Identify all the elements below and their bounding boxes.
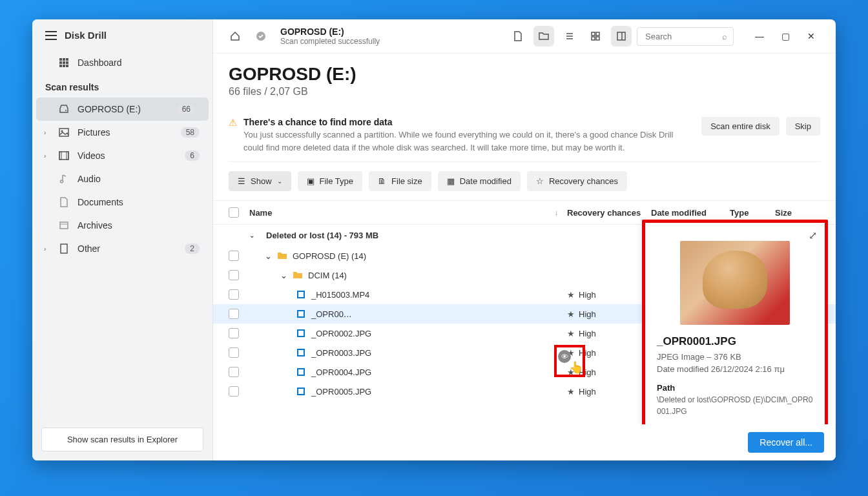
row-checkbox[interactable] — [229, 309, 239, 319]
chevron-down-icon: ⌄ — [280, 271, 287, 280]
close-button[interactable]: ✕ — [798, 26, 824, 46]
sidebar-item-count: 6 — [185, 150, 200, 161]
filter-label: File Type — [320, 176, 354, 186]
preview-meta-type: JPEG Image – 376 KB — [657, 352, 813, 362]
sidebar-item-other[interactable]: › Other 2 — [32, 237, 212, 260]
sidebar-item-audio[interactable]: Audio — [32, 167, 212, 191]
scan-entire-disk-button[interactable]: Scan entire disk — [701, 117, 780, 136]
file-name: _H015003.MP4 — [311, 290, 369, 300]
row-checkbox[interactable] — [229, 386, 239, 397]
main-content: GOPROSD (E:) Scan completed successfully… — [213, 19, 836, 460]
sidebar-item-label: Documents — [78, 197, 123, 207]
calendar-icon: ▦ — [447, 176, 455, 186]
sliders-icon: ☰ — [238, 176, 245, 186]
nav-dashboard[interactable]: Dashboard — [32, 51, 212, 74]
row-checkbox[interactable] — [229, 347, 239, 358]
select-all-checkbox[interactable] — [229, 207, 239, 218]
file-name: DCIM (14) — [308, 271, 347, 280]
page-title: GOPROSD (E:) — [229, 64, 820, 85]
topbar: GOPROSD (E:) Scan completed successfully… — [213, 19, 836, 54]
recovery-value: High — [579, 367, 596, 377]
expand-button[interactable]: ⤢ — [809, 229, 817, 242]
filter-label: Date modified — [460, 176, 512, 186]
sidebar-item-count: 66 — [177, 104, 196, 114]
col-size[interactable]: Size — [775, 208, 820, 218]
file-name: _OPR0002.JPG — [311, 329, 371, 338]
svg-rect-13 — [59, 152, 61, 160]
svg-rect-3 — [59, 61, 62, 64]
preview-thumbnail — [680, 241, 790, 325]
recovery-value: High — [579, 290, 596, 300]
svg-rect-25 — [592, 37, 595, 40]
sidebar-item-pictures[interactable]: › Pictures 58 — [32, 121, 212, 144]
row-checkbox[interactable] — [229, 367, 239, 377]
svg-rect-6 — [59, 65, 62, 67]
banner-title: There's a chance to find more data — [243, 117, 695, 127]
show-in-explorer-button[interactable]: Show scan results in Explorer — [41, 428, 203, 451]
document-icon — [58, 196, 70, 208]
img-icon — [296, 386, 306, 397]
video-icon — [58, 150, 70, 161]
panel-view-button[interactable] — [611, 26, 632, 46]
img-icon — [296, 328, 306, 338]
svg-rect-24 — [596, 32, 599, 36]
sort-arrow-icon[interactable]: ↓ — [555, 209, 559, 216]
col-date[interactable]: Date modified — [651, 208, 730, 218]
location-info: GOPROSD (E:) Scan completed successfully — [280, 26, 380, 46]
chevron-down-icon: ⌄ — [277, 178, 282, 185]
file-name: _OPR0005.JPG — [311, 387, 371, 397]
row-checkbox[interactable] — [229, 270, 239, 280]
sidebar: Disk Drill Dashboard Scan results GOPROS… — [32, 19, 213, 460]
svg-rect-2 — [66, 58, 68, 61]
col-recovery[interactable]: Recovery chances — [567, 208, 651, 218]
chevron-down-icon: ⌄ — [265, 251, 272, 261]
menu-icon[interactable] — [45, 31, 57, 40]
grid-view-button[interactable] — [585, 26, 606, 46]
skip-button[interactable]: Skip — [786, 117, 820, 136]
chevron-right-icon: › — [44, 129, 46, 136]
svg-rect-23 — [592, 32, 595, 36]
col-name[interactable]: Name — [249, 208, 272, 218]
list-view-button[interactable] — [559, 26, 580, 46]
home-button[interactable] — [225, 26, 245, 46]
row-checkbox[interactable] — [229, 289, 239, 300]
filter-file-type-button[interactable]: ▣File Type — [298, 171, 363, 191]
maximize-button[interactable]: ▢ — [772, 26, 798, 46]
preview-eye-button[interactable]: 👁 — [558, 350, 571, 363]
filter-show-button[interactable]: ☰Show⌄ — [229, 171, 291, 191]
search-input[interactable] — [637, 27, 734, 46]
sidebar-item-goprosd[interactable]: GOPROSD (E:) 66 — [36, 98, 209, 121]
window-controls: — ▢ ✕ — [747, 26, 824, 46]
folder-icon — [277, 251, 287, 261]
sidebar-item-videos[interactable]: › Videos 6 — [32, 144, 212, 167]
svg-rect-27 — [617, 32, 625, 40]
row-checkbox[interactable] — [229, 251, 239, 261]
page-subtitle: 66 files / 2,07 GB — [229, 86, 820, 98]
preview-meta-date: Date modified 26/12/2024 2:16 πμ — [657, 364, 813, 374]
group-label: Deleted or lost (14) - 793 MB — [266, 231, 378, 240]
minimize-button[interactable]: — — [747, 26, 772, 46]
svg-rect-5 — [66, 61, 68, 64]
filter-date-button[interactable]: ▦Date modified — [438, 171, 521, 191]
folder-view-button[interactable] — [533, 26, 554, 46]
row-checkbox[interactable] — [229, 328, 239, 338]
sidebar-item-label: Other — [78, 243, 100, 254]
filter-file-size-button[interactable]: 🗎File size — [369, 171, 431, 191]
svg-rect-32 — [298, 311, 304, 316]
svg-point-15 — [61, 180, 63, 183]
info-banner: ⚠ There's a chance to find more data You… — [229, 109, 820, 162]
recovery-value: High — [579, 329, 596, 338]
col-type[interactable]: Type — [730, 208, 775, 218]
filter-recovery-button[interactable]: ☆Recovery chances — [527, 171, 627, 191]
recover-all-button[interactable]: Recover all... — [748, 432, 824, 453]
star-icon: ★ — [567, 387, 575, 397]
star-icon: ★ — [567, 329, 575, 338]
svg-rect-18 — [61, 244, 67, 253]
file-icon-button[interactable] — [508, 26, 528, 46]
file-name: GOPROSD (E) (14) — [293, 251, 366, 261]
nav-dashboard-label: Dashboard — [78, 57, 122, 68]
sidebar-header: Disk Drill — [32, 19, 212, 51]
sidebar-item-documents[interactable]: Documents — [32, 191, 212, 214]
sidebar-item-archives[interactable]: Archives — [32, 214, 212, 237]
status-check-icon — [251, 26, 271, 46]
